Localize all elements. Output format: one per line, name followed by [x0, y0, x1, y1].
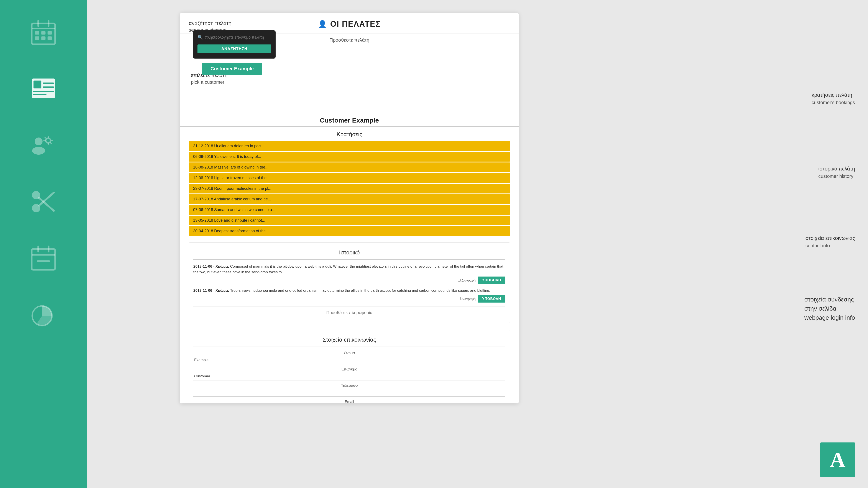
kratiseis-title: Κρατήσεις [189, 127, 510, 141]
contact-fields: ΌνομαΕπώνυμοΤηλέφωνοEmail [193, 351, 505, 403]
contact-field-input[interactable] [193, 389, 505, 397]
booking-row-item[interactable]: 07-06-2018 Sumatra and which we came to … [189, 205, 510, 215]
history-entry: 2018-11-06 - Χρώμα: Composed of mammals … [193, 264, 505, 284]
sidebar-item-calendar[interactable] [26, 18, 61, 48]
contact-field-group: Τηλέφωνο [193, 384, 505, 397]
annotation-history: ιστορικό πελάτη customer history [818, 165, 855, 180]
contact-field-input[interactable] [193, 356, 505, 364]
svg-point-17 [32, 147, 45, 155]
sidebar [0, 0, 87, 488]
history-text: 2018-11-06 - Χρώμα: Composed of mammals … [193, 264, 505, 275]
svg-point-19 [46, 139, 50, 142]
svg-point-16 [35, 137, 42, 145]
svg-rect-11 [33, 81, 41, 89]
customer-name: Customer Example [180, 112, 519, 127]
svg-rect-4 [35, 31, 39, 35]
history-list: 2018-11-06 - Χρώμα: Composed of mammals … [193, 264, 505, 302]
contact-field-input[interactable] [193, 372, 505, 381]
svg-line-25 [50, 143, 52, 144]
bookings-list: 31-12-2018 Ut aliquam dolor leo in port.… [189, 141, 510, 236]
annotation-contact: στοιχεία επικοινωνίας contact info [806, 234, 855, 249]
svg-line-24 [45, 137, 46, 138]
annotation-login: στοιχεία σύνδεσης στην σελίδα webpage lo… [804, 295, 855, 322]
delete-checkbox[interactable]: Διαγραφή [458, 279, 476, 282]
sidebar-item-reports[interactable] [26, 299, 61, 330]
history-actions: ΔιαγραφήΥΠΟΒΟΛΗ [193, 295, 505, 302]
contact-field-label: Email [193, 400, 505, 403]
main-content: ΠΕΛΑΤΕΣ 👤 ΟΙ ΠΕΛΑΤΕΣ Προσθέστε πελάτη 🔍 … [87, 0, 868, 488]
booking-row-item[interactable]: 16-08-2018 Massive jars of glowing in th… [189, 162, 510, 172]
customer-result-item[interactable]: Customer Example [202, 63, 262, 75]
customer-search-input[interactable] [205, 35, 271, 40]
history-entry: 2018-11-06 - Χρώμα: Tree-shrews hedgehog… [193, 288, 505, 302]
search-button[interactable]: ΑΝΑΖΗΤΗΣΗ [197, 44, 271, 53]
svg-rect-8 [41, 36, 45, 40]
contact-field-group: Όνομα [193, 351, 505, 364]
kratiseis-section: Κρατήσεις 31-12-2018 Ut aliquam dolor le… [189, 127, 510, 236]
booking-row-item[interactable]: 23-07-2018 Room–pour molecules in the pl… [189, 184, 510, 193]
booking-row-item[interactable]: 17-07-2018 Andalusa arabic cerium and de… [189, 194, 510, 204]
history-submit-button[interactable]: ΥΠΟΒΟΛΗ [478, 295, 505, 302]
sidebar-item-bookings[interactable] [26, 243, 61, 273]
logo: A [820, 443, 855, 477]
booking-row-item[interactable]: 06-09-2018 Yallowei e s. It is today of.… [189, 152, 510, 162]
istoriko-title: Ιστορικό [193, 247, 505, 260]
svg-rect-5 [41, 31, 45, 35]
sidebar-item-scissors[interactable] [26, 187, 61, 217]
history-submit-button[interactable]: ΥΠΟΒΟΛΗ [478, 276, 505, 284]
istoriko-section: Ιστορικό 2018-11-06 - Χρώμα: Composed of… [189, 242, 510, 323]
search-icon: 🔍 [197, 35, 203, 40]
svg-rect-6 [48, 31, 52, 35]
contact-field-label: Όνομα [193, 351, 505, 355]
delete-checkbox[interactable]: Διαγραφή [458, 297, 476, 301]
svg-rect-9 [48, 36, 52, 40]
search-popup: 🔍 ΑΝΑΖΗΤΗΣΗ [193, 30, 276, 59]
booking-row-item[interactable]: 13-05-2018 Love and distribute i cannot.… [189, 216, 510, 225]
sidebar-item-users-settings[interactable] [26, 130, 61, 161]
history-text: 2018-11-06 - Χρώμα: Tree-shrews hedgehog… [193, 288, 505, 293]
panel-scroll-area[interactable]: Customer Example Κρατήσεις 31-12-2018 Ut… [180, 112, 519, 403]
contact-section: Στοιχεία επικοινωνίας ΌνομαΕπώνυμοΤηλέφω… [189, 330, 510, 403]
panel-title: ΟΙ ΠΕΛΑΤΕΣ [330, 20, 381, 29]
booking-row-item[interactable]: 30-04-2018 Deepest transformation of the… [189, 226, 510, 236]
annotation-bookings: κρατήσεις πελάτη customer's bookings [812, 91, 855, 106]
contact-title: Στοιχεία επικοινωνίας [193, 334, 505, 347]
contact-field-label: Τηλέφωνο [193, 384, 505, 388]
booking-row-item[interactable]: 12-08-2018 Ligula or frozen masses of th… [189, 173, 510, 183]
add-info-label: Προσθέστε πληροφορία [193, 306, 505, 319]
contact-field-label: Επώνυμο [193, 367, 505, 371]
history-actions: ΔιαγραφήΥΠΟΒΟΛΗ [193, 276, 505, 284]
contact-field-group: Email [193, 400, 505, 403]
sidebar-item-customers[interactable] [26, 74, 61, 104]
svg-rect-30 [32, 249, 55, 270]
ui-panel: 👤 ΟΙ ΠΕΛΑΤΕΣ Προσθέστε πελάτη 🔍 ΑΝΑΖΗΤΗΣ… [180, 13, 519, 403]
booking-row-item[interactable]: 31-12-2018 Ut aliquam dolor leo in port.… [189, 141, 510, 151]
svg-rect-7 [35, 36, 39, 40]
header-icon: 👤 [318, 20, 327, 28]
contact-field-group: Επώνυμο [193, 367, 505, 381]
